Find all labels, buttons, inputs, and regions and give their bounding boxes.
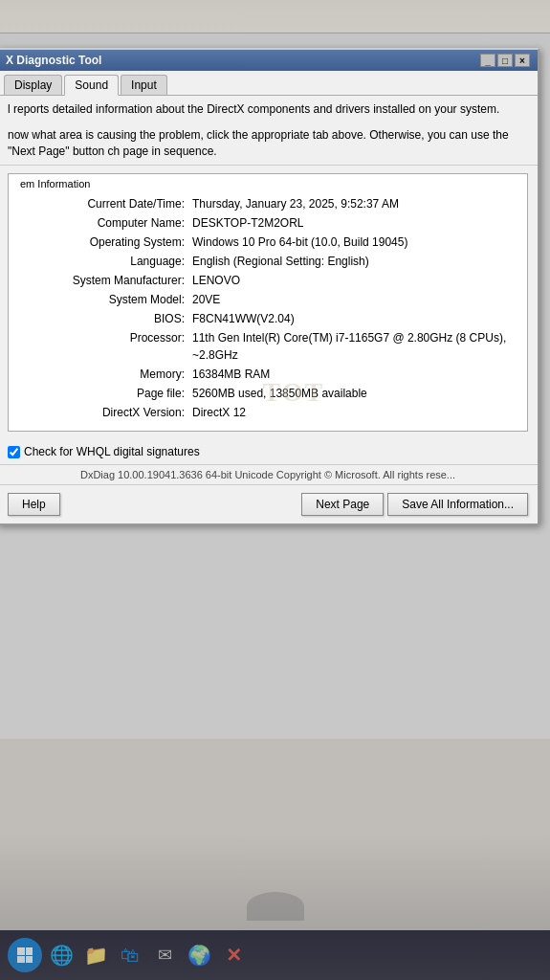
button-row: Help Next Page Save All Information... — [0, 484, 538, 523]
table-row: System Model: 20VE — [20, 291, 516, 308]
value-model: 20VE — [192, 291, 516, 308]
window-title: X Diagnostic Tool — [6, 54, 101, 67]
info-table: Current Date/Time: Thursday, January 23,… — [20, 195, 516, 421]
taskbar-chrome-icon[interactable]: 🌍 — [184, 940, 214, 970]
close-button[interactable]: × — [515, 54, 530, 67]
taskbar-store-icon[interactable]: 🛍 — [115, 940, 145, 970]
window-titlebar: X Diagnostic Tool _ □ × — [0, 50, 538, 71]
value-directx: DirectX 12 — [192, 404, 516, 421]
help-button[interactable]: Help — [8, 493, 60, 516]
value-computername: DESKTOP-T2M2ORL — [192, 214, 516, 232]
table-row: BIOS: F8CN41WW(V2.04) — [20, 310, 516, 327]
section-title: em Information — [20, 178, 516, 189]
table-row: Operating System: Windows 10 Pro 64-bit … — [20, 234, 516, 251]
value-manufacturer: LENOVO — [192, 272, 516, 289]
value-language: English (Regional Setting: English) — [192, 253, 516, 270]
label-datetime: Current Date/Time: — [20, 195, 192, 212]
tab-sound[interactable]: Sound — [64, 75, 119, 96]
tab-display[interactable]: Display — [4, 75, 62, 95]
minimize-button[interactable]: _ — [480, 54, 495, 67]
label-processor: Processor: — [20, 329, 192, 364]
taskbar-folder-icon[interactable]: 📁 — [80, 940, 111, 970]
taskbar-mail-icon[interactable]: ✉ — [149, 940, 180, 970]
label-model: System Model: — [20, 291, 192, 308]
start-button[interactable] — [8, 938, 42, 972]
titlebar-buttons: _ □ × — [480, 54, 530, 67]
bottom-circle — [247, 892, 304, 921]
table-row: Language: English (Regional Setting: Eng… — [20, 253, 516, 270]
bottom-area — [0, 739, 550, 930]
maximize-button[interactable]: □ — [497, 54, 513, 67]
version-text: DxDiag 10.00.19041.3636 64-bit Unicode C… — [0, 464, 538, 484]
table-row: Page file: 5260MB used, 13850MB availabl… — [20, 385, 516, 402]
label-manufacturer: System Manufacturer: — [20, 272, 192, 289]
value-os: Windows 10 Pro 64-bit (10.0, Build 19045… — [192, 234, 516, 251]
label-memory: Memory: — [20, 366, 192, 383]
label-bios: BIOS: — [20, 310, 192, 327]
value-pagefile: 5260MB used, 13850MB available — [192, 385, 516, 402]
value-datetime: Thursday, January 23, 2025, 9:52:37 AM — [192, 195, 516, 212]
taskbar-close-icon[interactable]: ✕ — [218, 940, 249, 970]
tab-bar: Display Sound Input — [0, 71, 538, 96]
whql-checkbox-row: Check for WHQL digital signatures — [0, 439, 538, 464]
next-page-button[interactable]: Next Page — [301, 493, 384, 516]
whql-label: Check for WHQL digital signatures — [24, 445, 200, 458]
table-row: Computer Name: DESKTOP-T2M2ORL — [20, 214, 516, 232]
value-bios: F8CN41WW(V2.04) — [192, 310, 516, 327]
description-2: now what area is causing the problem, cl… — [0, 123, 538, 167]
label-os: Operating System: — [20, 234, 192, 251]
value-processor: 11th Gen Intel(R) Core(TM) i7-1165G7 @ 2… — [192, 329, 516, 364]
label-directx: DirectX Version: — [20, 404, 192, 421]
label-pagefile: Page file: — [20, 385, 192, 402]
value-memory: 16384MB RAM — [192, 366, 516, 383]
taskbar: 🌐 📁 🛍 ✉ 🌍 ✕ — [0, 930, 550, 980]
system-info-section: em Information Current Date/Time: Thursd… — [8, 173, 528, 432]
table-row: System Manufacturer: LENOVO — [20, 272, 516, 289]
table-row: Current Date/Time: Thursday, January 23,… — [20, 195, 516, 212]
whql-checkbox[interactable] — [8, 446, 20, 458]
taskbar-edge-icon[interactable]: 🌐 — [46, 940, 77, 970]
tab-input[interactable]: Input — [121, 75, 167, 95]
table-row: DirectX Version: DirectX 12 — [20, 404, 516, 421]
windows-logo-icon — [17, 947, 33, 963]
save-all-button[interactable]: Save All Information... — [387, 493, 528, 516]
table-row: Memory: 16384MB RAM — [20, 366, 516, 383]
label-computername: Computer Name: — [20, 214, 192, 232]
description-1: l reports detailed information about the… — [0, 96, 538, 123]
label-language: Language: — [20, 253, 192, 270]
table-row: Processor: 11th Gen Intel(R) Core(TM) i7… — [20, 329, 516, 364]
right-buttons: Next Page Save All Information... — [301, 493, 528, 516]
